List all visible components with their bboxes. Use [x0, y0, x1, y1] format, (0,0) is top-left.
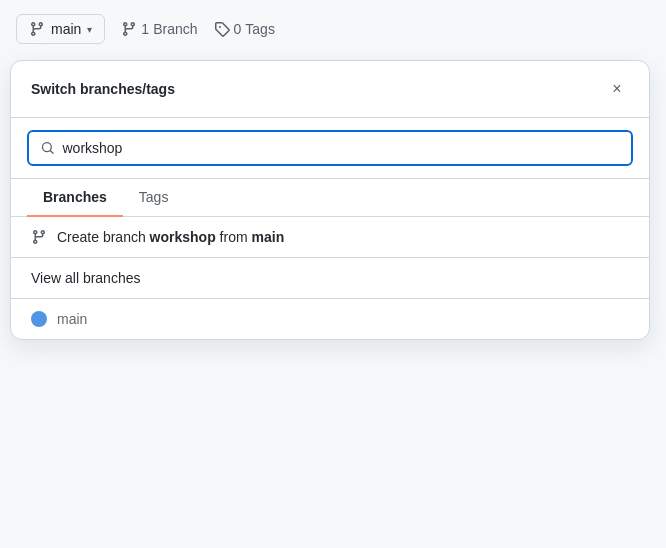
view-all-branches-item[interactable]: View all branches	[11, 258, 649, 299]
partial-branch-name: main	[57, 311, 87, 327]
branch-selector-button[interactable]: main ▾	[16, 14, 105, 44]
branch-count-label: Branch	[153, 21, 197, 37]
repo-meta: 1 Branch 0 Tags	[121, 21, 275, 37]
create-branch-item[interactable]: Create branch workshop from main	[11, 217, 649, 258]
branch-label: main	[51, 21, 81, 37]
partial-branch-item[interactable]: main	[11, 299, 649, 339]
dropdown-header: Switch branches/tags ×	[11, 61, 649, 118]
create-branch-source: main	[252, 229, 285, 245]
branch-count-item[interactable]: 1 Branch	[121, 21, 197, 37]
branch-count: 1	[141, 21, 149, 37]
create-branch-text: Create branch workshop from main	[57, 229, 284, 245]
create-branch-name: workshop	[150, 229, 216, 245]
search-input[interactable]	[62, 140, 619, 156]
view-all-label: View all branches	[31, 270, 140, 286]
dropdown-title: Switch branches/tags	[31, 81, 175, 97]
branch-icon	[29, 21, 45, 37]
tab-tags[interactable]: Tags	[123, 179, 185, 217]
branch-create-icon	[31, 229, 47, 245]
folder-icon	[31, 311, 47, 327]
branch-switcher-panel: Switch branches/tags × Branches Tags Cre…	[10, 60, 650, 340]
search-input-wrapper	[27, 130, 633, 166]
tag-icon	[214, 21, 230, 37]
search-container	[11, 118, 649, 179]
close-button[interactable]: ×	[605, 77, 629, 101]
branch-count-icon	[121, 21, 137, 37]
tag-count-label: Tags	[245, 21, 275, 37]
search-icon	[41, 141, 54, 155]
tag-count-item[interactable]: 0 Tags	[214, 21, 275, 37]
tabs-container: Branches Tags	[11, 179, 649, 217]
chevron-down-icon: ▾	[87, 24, 92, 35]
tab-branches[interactable]: Branches	[27, 179, 123, 217]
tag-count: 0	[234, 21, 242, 37]
top-bar: main ▾ 1 Branch 0 Tags	[0, 0, 666, 58]
